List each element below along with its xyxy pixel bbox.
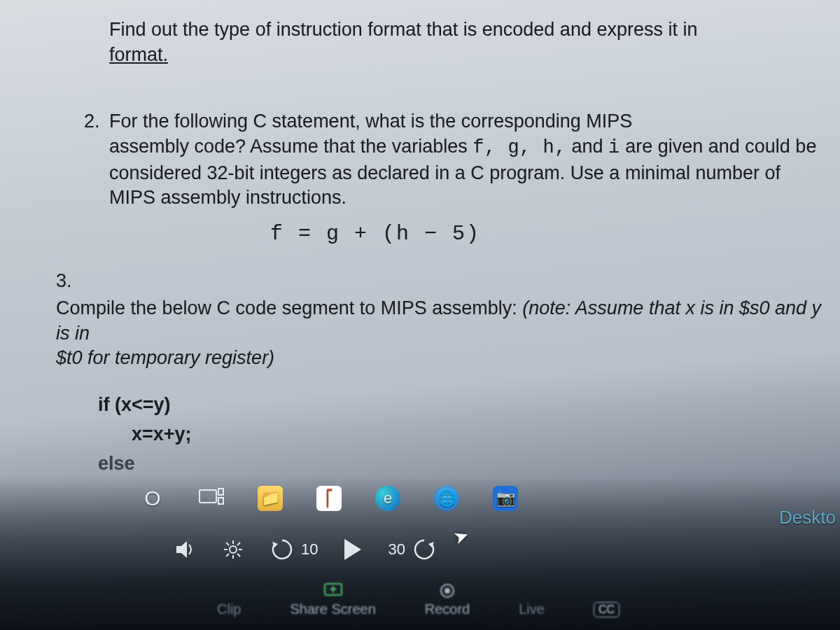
browser-icon[interactable]: 🌐 <box>433 484 461 512</box>
edge-icon[interactable]: e <box>374 484 402 512</box>
cortana-glyph: O <box>144 486 160 510</box>
q2-line-b-suffix: are given and could be <box>625 136 816 157</box>
skip-back-button[interactable]: 10 <box>270 538 318 561</box>
share-screen-label: Share Screen <box>290 601 375 617</box>
camera-icon[interactable]: 📷 <box>491 484 519 512</box>
svg-marker-3 <box>176 541 187 558</box>
record-button[interactable]: Record <box>425 583 470 617</box>
q2-line-b-mid: and <box>571 136 608 157</box>
q2-line-c: considered 32-bit integers as declared i… <box>109 162 780 183</box>
task-view-icon[interactable] <box>197 484 225 512</box>
svg-line-12 <box>226 554 229 556</box>
q2-line-d: MIPS assembly instructions. <box>109 187 346 208</box>
q2-line-a: For the following C statement, what is t… <box>109 111 632 132</box>
play-icon <box>344 539 361 560</box>
cc-label: CC <box>594 602 620 617</box>
svg-rect-1 <box>218 489 223 495</box>
q3-code: if (x<=y) x=x+y; else <box>98 391 840 479</box>
live-button[interactable]: Live <box>519 601 545 617</box>
q3-line-b: $t0 for temporary register) <box>56 347 274 368</box>
svg-rect-2 <box>218 498 223 504</box>
skip-forward-button[interactable]: 30 <box>388 538 435 561</box>
clip-label: Clip <box>217 601 241 617</box>
clip-button[interactable]: Clip <box>217 601 241 617</box>
intro-line1: Find out the type of instruction format … <box>109 19 697 40</box>
desktop-switch-label[interactable]: Deskto <box>779 507 836 528</box>
q3-line-a: Compile the below C code segment to MIPS… <box>56 298 522 318</box>
q3-code-else: else <box>98 449 840 479</box>
svg-rect-0 <box>200 490 216 503</box>
share-screen-button[interactable]: Share Screen <box>290 582 375 617</box>
record-label: Record <box>425 601 470 617</box>
svg-line-11 <box>237 542 240 545</box>
question-3: 3. Compile the below C code segment to M… <box>56 269 840 478</box>
os-overlay-region: O 📁 ⎡ e 🌐 📷 Deskto <box>0 476 840 630</box>
windows-taskbar: O 📁 ⎡ e 🌐 📷 <box>139 484 519 512</box>
q2-vars-fgh: f, g, h, <box>472 137 566 158</box>
question-2: 2. For the following C statement, what i… <box>84 109 840 248</box>
intro-underlined-word: format. <box>109 44 168 65</box>
skip-forward-seconds: 30 <box>388 540 405 559</box>
svg-point-17 <box>444 588 450 594</box>
svg-line-9 <box>226 542 229 545</box>
svg-line-10 <box>237 554 240 556</box>
document-body: Find out the type of instruction format … <box>42 0 840 478</box>
file-explorer-icon[interactable]: 📁 <box>256 484 284 512</box>
question-2-number: 2. <box>84 109 109 248</box>
q3-code-then: x=x+y; <box>98 420 840 449</box>
office-icon[interactable]: ⎡ <box>315 484 343 512</box>
skip-back-seconds: 10 <box>301 540 318 559</box>
q3-code-if: if (x<=y) <box>98 391 840 420</box>
question-3-body: Compile the below C code segment to MIPS… <box>56 296 840 371</box>
question-2-body: For the following C statement, what is t… <box>109 109 840 248</box>
q2-var-i: i <box>608 137 620 158</box>
play-button[interactable] <box>344 539 361 560</box>
closed-captions-button[interactable]: CC <box>594 602 620 617</box>
video-player-controls: 10 30 <box>175 538 812 561</box>
screenshot-surface: Find out the type of instruction format … <box>0 0 840 630</box>
volume-icon[interactable] <box>175 540 196 559</box>
cortana-icon[interactable]: O <box>139 484 167 512</box>
intro-fragment: Find out the type of instruction format … <box>84 18 840 67</box>
question-3-number: 3. <box>56 269 840 294</box>
meeting-toolbar: Clip Share Screen Record Live CC <box>217 582 833 617</box>
live-label: Live <box>519 601 545 617</box>
q2-formula: f = g + (h − 5) <box>270 220 840 248</box>
q2-line-b-prefix: assembly code? Assume that the variables <box>109 136 472 157</box>
svg-point-4 <box>230 546 237 553</box>
settings-icon[interactable] <box>223 539 244 560</box>
